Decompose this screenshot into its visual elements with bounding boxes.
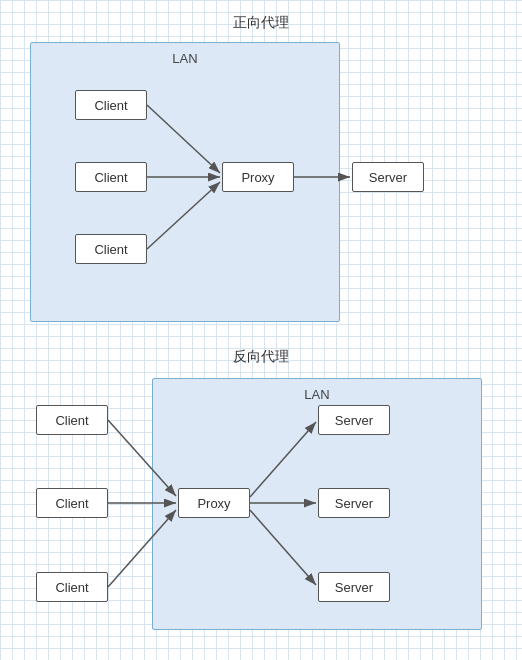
reverse-server2: Server bbox=[318, 488, 390, 518]
title-forward-proxy: 正向代理 bbox=[0, 14, 522, 32]
reverse-proxy: Proxy bbox=[178, 488, 250, 518]
title-reverse-proxy: 反向代理 bbox=[0, 348, 522, 366]
reverse-client2: Client bbox=[36, 488, 108, 518]
lan-label-reverse: LAN bbox=[304, 387, 329, 402]
forward-proxy: Proxy bbox=[222, 162, 294, 192]
reverse-client3: Client bbox=[36, 572, 108, 602]
forward-client1: Client bbox=[75, 90, 147, 120]
reverse-server1: Server bbox=[318, 405, 390, 435]
forward-client2: Client bbox=[75, 162, 147, 192]
forward-client3: Client bbox=[75, 234, 147, 264]
reverse-server3: Server bbox=[318, 572, 390, 602]
lan-label-forward: LAN bbox=[172, 51, 197, 66]
forward-server: Server bbox=[352, 162, 424, 192]
page-content: 正向代理 LAN Client Client Client Proxy Serv… bbox=[0, 0, 522, 660]
reverse-client1: Client bbox=[36, 405, 108, 435]
